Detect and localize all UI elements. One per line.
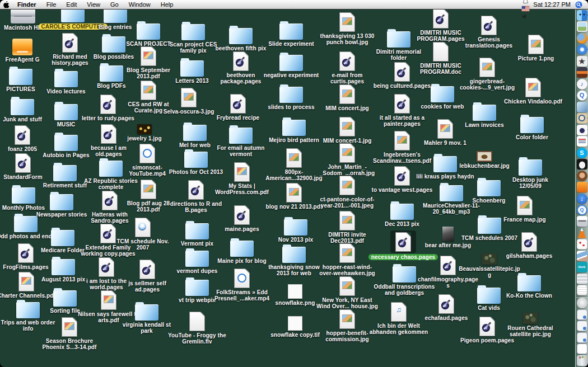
icon-art xyxy=(230,237,254,257)
icon-label: YouTube - Froggy the Gremlin.flv xyxy=(168,332,226,345)
icon-art xyxy=(394,62,410,82)
desktop-icon-chicken-vindaloo-pdf[interactable]: Chicken Vindaloo.pdf xyxy=(502,77,564,105)
dock-safari-icon[interactable] xyxy=(577,44,587,55)
menu-view[interactable]: View xyxy=(82,0,105,9)
menu-edit[interactable]: Edit xyxy=(61,0,82,9)
dock-monkey-app-icon[interactable] xyxy=(577,171,587,181)
desktop-icon-rouen-cathedral-satellite-pic-jpg[interactable]: Rouen Cathedral satellite pic.jpg xyxy=(500,304,561,337)
dock-stickies-icon[interactable] xyxy=(577,239,587,250)
desktop-icon-youtube-froggy-the-gremlin-flv[interactable]: YouTube - Froggy the Gremlin.flv xyxy=(166,311,228,345)
desktop-icon-picture-1-png[interactable]: Picture 1.png xyxy=(505,34,567,62)
menu-go[interactable]: Go xyxy=(105,0,124,9)
dock-download-manager-icon[interactable]: ↓ xyxy=(577,194,587,204)
desktop-icon-thanksgiving-snow-2013-for-web[interactable]: thanksgiving snow 2013 for web xyxy=(263,243,325,276)
pages-icon xyxy=(394,166,410,186)
desktop-icon-hopper-east-wind-over-weehawken-jpg[interactable]: hopper-east-wind- over-weehawken.jpg xyxy=(316,243,378,276)
icon-art xyxy=(286,148,302,168)
dock-image-capture-icon[interactable] xyxy=(577,102,587,112)
icon-art xyxy=(282,116,306,136)
pages-icon xyxy=(188,180,204,200)
dock-photo-stack-icon[interactable] xyxy=(577,251,587,261)
menu-window[interactable]: Window xyxy=(124,0,156,9)
dock-minimized-window-icon[interactable] xyxy=(577,309,587,320)
dock-trash-icon[interactable] xyxy=(577,355,587,366)
dock-firefox-icon[interactable] xyxy=(577,33,587,44)
desktop-icon-800px-american-32900-jpg[interactable]: 800px- American...32900.jpg xyxy=(263,148,325,181)
m4a-icon xyxy=(391,302,407,322)
icon-label: MUSIC xyxy=(57,121,76,128)
dock-imovie-icon[interactable]: ★ xyxy=(577,56,587,67)
dock-notes-icon[interactable] xyxy=(577,285,587,295)
icon-art xyxy=(519,156,542,176)
plain-icon xyxy=(433,42,449,62)
dock-minimized-window-icon[interactable] xyxy=(577,321,587,331)
menu-help[interactable]: Help xyxy=(156,0,179,9)
folder-icon xyxy=(477,288,501,304)
icon-art xyxy=(51,226,74,246)
icon-label: Picture 1.png xyxy=(518,55,554,62)
icon-art xyxy=(183,121,207,141)
volume-icon[interactable] xyxy=(521,12,530,20)
dock-calculator-icon[interactable] xyxy=(577,274,587,284)
icon-label: Chicken Vindaloo.pdf xyxy=(504,98,562,105)
dock-quicktime-7-icon[interactable]: Q xyxy=(577,205,587,215)
dock-vlc-icon[interactable] xyxy=(577,228,587,238)
desktop-icon-john-martin-sodom-orrah-jpg[interactable]: John_Martin_- _Sodom_...orrah.jpg xyxy=(316,143,378,176)
dock-sheepshaver-icon[interactable] xyxy=(577,159,587,170)
dock-textedit-icon[interactable] xyxy=(577,136,587,147)
dock-pages-icon[interactable] xyxy=(577,125,587,135)
desktop-icon-tcm-schedule-nov-2007[interactable]: TCM schedule Nov. 2007 xyxy=(112,217,174,251)
menu-bar-clock[interactable]: Sat 12:27 PM xyxy=(530,1,575,8)
dock-skype-icon[interactable]: S xyxy=(577,148,587,158)
keyboard-flag-icon[interactable] xyxy=(521,4,530,12)
dock-quicktime-icon[interactable]: Q xyxy=(577,90,587,101)
desktop-icons-layer: Macintosh HDFreeAgent GPICTURESJunk and … xyxy=(0,9,588,367)
desktop-icon-ko-ko-the-clown[interactable]: Ko-Ko the Clown xyxy=(498,271,560,299)
dock-document-stack-icon[interactable] xyxy=(577,344,587,354)
desktop-icon-slides-to-process[interactable]: slides to process xyxy=(260,83,322,110)
menu-finder[interactable]: Finder xyxy=(12,0,41,9)
dock-pictures-app-icon[interactable] xyxy=(577,21,587,32)
jpeg-icon xyxy=(339,243,355,263)
desktop-icon-mim-concert-1-jpg[interactable]: MIM concert-1.jpg xyxy=(316,116,378,144)
desktop-icon-ct-pantone-color-of-year-201-001-jpeg[interactable]: ct-pantone-color-of- year-201...-001.jpe… xyxy=(316,175,378,209)
desktop-icon-frybread-recipe[interactable]: Frybread recipe xyxy=(207,93,269,121)
dock-aperture-icon[interactable] xyxy=(577,67,587,78)
dock-device-icon[interactable] xyxy=(577,298,587,308)
jpeg-icon xyxy=(339,117,355,137)
icon-label: Dec 2013 pix xyxy=(385,221,419,227)
icon-label: Ich bin der Welt abhanden gekommen xyxy=(370,323,428,335)
desktop-icon-mejiro-bird-pattern[interactable]: Mejiro bird pattern xyxy=(263,116,325,143)
airport-icon[interactable] xyxy=(521,0,530,4)
icon-label: DIMITRI invite Dec2013.pdf xyxy=(328,232,366,244)
desktop-icon-for-email-autumn-vermont[interactable]: For email autumn vermont xyxy=(210,124,272,157)
selected-icon-box xyxy=(390,230,416,253)
dock-preview-icon[interactable] xyxy=(577,113,587,124)
menu-file[interactable]: File xyxy=(41,0,62,9)
jpeg-icon xyxy=(181,88,197,107)
apple-menu[interactable] xyxy=(0,1,12,8)
icon-art xyxy=(99,257,114,277)
dock-blurb-icon[interactable]: blurb xyxy=(577,262,587,272)
desktop-icon-gilshaham-pages[interactable]: gilshaham.pages xyxy=(498,232,560,259)
spotlight-icon[interactable] xyxy=(575,1,582,8)
desktop-icon-slide-experiment[interactable]: Slide experiment xyxy=(260,20,322,47)
folder-icon xyxy=(387,31,410,48)
dock-orange-app-icon[interactable] xyxy=(577,182,587,192)
icon-label: Frybread recipe xyxy=(217,115,260,121)
dock-itunes-icon[interactable]: ♪ xyxy=(577,79,587,90)
usb-icon xyxy=(12,39,32,55)
icon-label: Rouen Cathedral satellite pic.jpg xyxy=(507,325,553,337)
desktop-icon-france-map-jpg[interactable]: France map.jpg xyxy=(494,195,556,223)
desktop-icon-color-folder[interactable]: Color folder xyxy=(501,113,563,140)
desktop-icon-mim-concert-jpg[interactable]: MIM concert.jpg xyxy=(316,84,378,111)
menu-items: FinderFileEditViewGoWindowHelp xyxy=(12,0,178,9)
desktop-icon-negative-experiment[interactable]: negative experiment xyxy=(260,51,322,78)
dock-minimized-window-icon[interactable] xyxy=(577,332,587,343)
desktop-icon-dimitri-invite-dec2013-pdf[interactable]: DIMITRI invite Dec2013.pdf xyxy=(316,210,378,244)
icon-art xyxy=(339,309,355,329)
dock-printer-icon[interactable] xyxy=(577,216,587,227)
desktop-icon-desktop-junk-12-05-09[interactable]: Desktop junk 12/05/09 xyxy=(500,156,561,189)
desktop-icon-blog-nov-21-2013-pdf[interactable]: blog nov 21 2013.pdf xyxy=(263,182,325,210)
icon-label: Blog pdf aug 28 2013.pdf xyxy=(127,200,170,213)
